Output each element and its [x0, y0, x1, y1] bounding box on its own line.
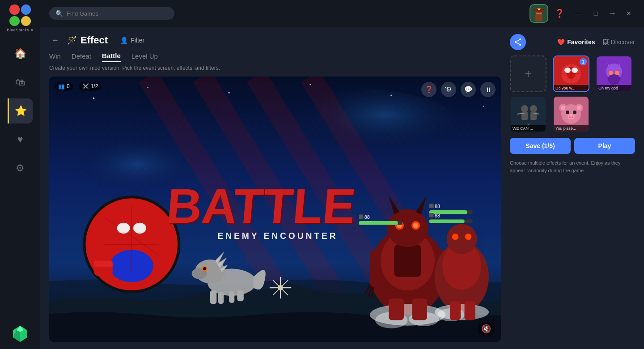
svg-point-127 [569, 116, 571, 118]
svg-point-34 [119, 224, 127, 232]
thumbnails-grid: + [510, 55, 635, 132]
logo-sq-yellow [21, 16, 31, 26]
left-panel: ← 🪄 Effect 👤 Filter Win Defeat Battle Le… [49, 34, 501, 342]
play-button[interactable]: Play [574, 138, 635, 154]
tab-bar: Win Defeat Battle Level Up [49, 52, 501, 62]
svg-point-108 [609, 71, 613, 75]
svg-rect-115 [530, 112, 537, 120]
logo-sq-green [9, 16, 20, 26]
svg-point-93 [515, 41, 517, 43]
sidebar-bottom [9, 323, 31, 345]
logo-squares [9, 4, 31, 26]
chat-button[interactable]: 💬 [461, 82, 476, 97]
effect-icon: 🪄 [67, 35, 77, 45]
thumb-label-4: You pisse... [554, 125, 589, 132]
svg-point-66 [447, 224, 477, 254]
sidebar-item-home[interactable]: 🏠 [8, 41, 33, 66]
svg-point-102 [564, 68, 571, 73]
svg-point-92 [519, 38, 521, 40]
back-button[interactable]: ← [49, 34, 62, 47]
svg-line-96 [517, 43, 519, 44]
help-icon[interactable]: ❓ [555, 9, 564, 18]
action-buttons: Save (1/5) Play [510, 138, 635, 154]
svg-rect-43 [210, 290, 217, 304]
refresh-button[interactable]: ⚙ [441, 82, 456, 97]
thumb-label-3: WE CAN ... [511, 125, 546, 132]
svg-point-9 [538, 9, 540, 10]
panel-tab-favorites[interactable]: ❤️ Favorites [557, 38, 595, 46]
close-button[interactable]: ✕ [623, 7, 635, 20]
battle-scene-svg: 88 88 88 [49, 77, 501, 342]
save-button[interactable]: Save (1/5) [510, 138, 571, 154]
navigate-icon[interactable]: → [608, 9, 616, 18]
logo-sq-blue [21, 4, 31, 15]
maximize-button[interactable]: □ [589, 7, 602, 20]
svg-point-122 [561, 106, 565, 110]
heart-icon: ❤️ [557, 38, 565, 46]
svg-point-15 [228, 92, 230, 94]
svg-point-123 [577, 106, 581, 110]
right-panel-header: ❤️ Favorites 🖼 Discover [510, 34, 635, 50]
preview-top-left: 👥 0 ⚔️ 1/2 [55, 82, 102, 91]
search-icon: 🔍 [55, 10, 63, 17]
tab-defeat[interactable]: Defeat [72, 52, 91, 62]
avatar[interactable] [530, 4, 548, 23]
svg-text:BATTLE: BATTLE [165, 179, 358, 233]
topbar: 🔍 ❓ — □ [40, 0, 644, 27]
main-area: 🔍 ❓ — □ [40, 0, 644, 349]
tab-win[interactable]: Win [49, 52, 61, 62]
add-effect-button[interactable]: + [510, 55, 547, 92]
app-name: BlueStacks X [7, 28, 34, 32]
help-overlay-button[interactable]: ❓ [421, 82, 436, 97]
svg-point-42 [203, 267, 206, 270]
sidebar-item-store[interactable]: 🛍 [8, 70, 33, 95]
content-area: ← 🪄 Effect 👤 Filter Win Defeat Battle Le… [40, 27, 644, 349]
swords-icon: ⚔️ [82, 83, 89, 89]
svg-point-114 [530, 105, 537, 112]
search-box[interactable]: 🔍 [49, 7, 174, 20]
svg-rect-37 [94, 260, 113, 267]
tab-levelup[interactable]: Level Up [131, 52, 158, 62]
tab-battle[interactable]: Battle [102, 52, 121, 62]
preview-top-right: ❓ ⚙ 💬 ⏸ [421, 82, 496, 97]
player-count: 0 [67, 83, 70, 89]
page-title-area: 🪄 Effect [67, 34, 108, 46]
thumb-card-3[interactable]: ⚔ WE CAN ... [510, 96, 547, 132]
svg-rect-44 [237, 290, 244, 301]
svg-point-91 [278, 285, 283, 290]
svg-text:88: 88 [435, 213, 440, 218]
filter-icon: 👤 [120, 37, 128, 44]
svg-line-95 [517, 40, 519, 42]
svg-point-111 [521, 105, 528, 112]
svg-point-126 [568, 114, 575, 119]
share-button[interactable] [510, 34, 526, 50]
svg-rect-73 [429, 204, 434, 208]
search-input[interactable] [67, 10, 168, 17]
sidebar-item-effects[interactable]: ⭐ [8, 98, 33, 123]
svg-point-103 [572, 68, 578, 73]
sidebar-item-settings[interactable]: ⚙ [8, 156, 33, 181]
logo-sq-red [9, 4, 20, 15]
svg-rect-72 [465, 301, 475, 320]
hint-text: Choose multiple effects for an event. En… [510, 159, 635, 174]
filter-button[interactable]: 👤 Filter [120, 37, 144, 44]
svg-point-50 [387, 209, 428, 247]
sidebar-item-favorites[interactable]: ♥ [8, 127, 33, 152]
svg-rect-49 [394, 244, 421, 277]
svg-rect-46 [229, 291, 234, 303]
game-preview: 88 88 88 [49, 77, 501, 342]
svg-point-125 [573, 111, 576, 114]
thumb-card-2[interactable]: Oh my god [596, 55, 632, 92]
svg-point-67 [452, 234, 459, 240]
thumb-card-4[interactable]: You pisse... [553, 96, 589, 132]
minimize-button[interactable]: — [571, 7, 583, 20]
mute-button[interactable]: 🔇 [478, 322, 495, 336]
svg-point-35 [136, 224, 144, 232]
svg-point-109 [615, 71, 619, 75]
svg-point-128 [572, 116, 573, 118]
battle-count: 1/2 [91, 83, 98, 89]
thumb-card-1[interactable]: Do you w... 1 [553, 55, 589, 92]
thumb-label-1: Do you w... [554, 85, 589, 91]
panel-tab-discover[interactable]: 🖼 Discover [602, 38, 635, 46]
pause-button[interactable]: ⏸ [480, 82, 496, 97]
